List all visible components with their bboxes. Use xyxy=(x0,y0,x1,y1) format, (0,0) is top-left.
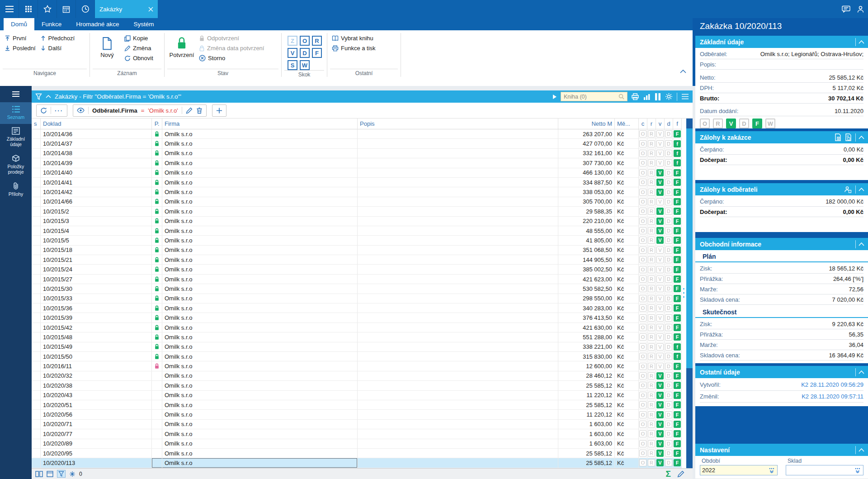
jump-letter-z[interactable]: Z xyxy=(288,36,297,46)
sidebar-item-polozky-prodeje[interactable]: Položky prodeje xyxy=(0,151,32,179)
edit-pencil-icon[interactable] xyxy=(677,470,684,478)
ribbon-tab-domu[interactable]: Domů xyxy=(4,18,34,30)
confirm-button[interactable]: Potvrzení xyxy=(169,34,194,69)
refresh-button[interactable]: Obnovit xyxy=(124,55,153,62)
table-row[interactable]: 10/2020/77Omilk s.r.o1 603,00KčORVDF xyxy=(32,429,682,439)
section-header-obchodni-informace[interactable]: Obchodní informace xyxy=(695,238,868,250)
previous-button[interactable]: Předchozí xyxy=(40,35,75,42)
column-header-d[interactable]: d xyxy=(665,119,673,129)
collapse-icon[interactable] xyxy=(859,448,864,452)
settings-gear-icon[interactable] xyxy=(665,93,673,100)
table-row[interactable]: 10/2016/11Omilk s.r.o12 600,00KčORVDF xyxy=(32,361,682,371)
table-row[interactable]: 10/2020/38Omilk s.r.o25 585,12KčORVDF xyxy=(32,381,682,390)
section-header-ostatni-udaje[interactable]: Ostatní údaje xyxy=(695,366,868,378)
table-row[interactable]: 10/2014/42Omilk s.r.o338 053,00KčORVDF xyxy=(32,187,682,197)
collapse-icon[interactable] xyxy=(859,40,864,44)
columns-icon[interactable] xyxy=(655,93,661,100)
table-row[interactable]: 10/2020/43Omilk s.r.o11 220,12KčORVDF xyxy=(32,391,682,400)
column-header-popis[interactable]: Popis xyxy=(358,119,558,129)
column-header-firma[interactable]: Firma xyxy=(162,119,358,129)
table-row[interactable]: 10/2015/4Omilk s.r.o48 555,00KčORVDF xyxy=(32,226,682,236)
collapse-icon[interactable] xyxy=(859,188,864,191)
table-row[interactable]: 10/2014/40Omilk s.r.o466 130,00KčORVDF xyxy=(32,168,682,178)
sidebar-menu-icon[interactable] xyxy=(0,86,32,102)
table-row[interactable]: 10/2015/49Omilk s.r.o338 221,00KčORVDf xyxy=(32,342,682,352)
main-menu-icon[interactable] xyxy=(0,0,19,18)
table-row[interactable]: 10/2020/71Omilk s.r.o1 603,00KčORVDF xyxy=(32,420,682,429)
sidebar-item-seznam[interactable]: Seznam xyxy=(0,102,32,124)
add-filter-button[interactable] xyxy=(212,104,226,117)
form-view-icon[interactable] xyxy=(47,471,53,477)
section-header-nastaveni[interactable]: Nastavení xyxy=(695,444,868,456)
table-row[interactable]: 10/2015/39Omilk s.r.o376 413,50KčORVDF xyxy=(32,313,682,322)
column-header-p[interactable]: P. xyxy=(152,119,162,129)
scrollbar-thumb[interactable] xyxy=(686,128,693,368)
edit-button[interactable]: Změna xyxy=(124,45,153,52)
first-button[interactable]: První xyxy=(5,35,36,42)
apps-grid-icon[interactable] xyxy=(19,0,38,18)
new-button[interactable]: Nový xyxy=(94,34,120,69)
collapse-icon[interactable] xyxy=(859,136,864,139)
jump-letter-w[interactable]: W xyxy=(300,60,310,70)
table-row[interactable]: 10/2020/32Omilk s.r.o28 460,12KčORVDF xyxy=(32,371,682,381)
table-row[interactable]: 10/2015/42Omilk s.r.o421 630,00KčORVDF xyxy=(32,323,682,332)
dropdown-icon[interactable] xyxy=(768,468,775,473)
customer-advances-icon[interactable] xyxy=(844,186,852,193)
storno-button[interactable]: Storno xyxy=(199,55,264,62)
sum-sigma-icon[interactable]: Σ xyxy=(666,470,671,478)
play-icon[interactable] xyxy=(552,94,557,100)
column-header-doklad[interactable]: Doklad xyxy=(41,119,152,129)
functions-print-button[interactable]: Funkce a tisk xyxy=(332,45,376,52)
sidebar-item-prilohy[interactable]: Přílohy xyxy=(0,179,32,201)
table-row[interactable]: 10/2015/21Omilk s.r.o144 905,50KčORVDF xyxy=(32,255,682,265)
unconfirm-button[interactable]: Odpotvrzení xyxy=(199,35,264,42)
user-icon[interactable] xyxy=(857,5,864,13)
ribbon-collapse-icon[interactable] xyxy=(680,70,686,73)
table-row[interactable]: 10/2014/66Omilk s.r.o305 700,00KčORVDF xyxy=(32,197,682,207)
edit-filter-icon[interactable] xyxy=(186,107,193,114)
advance-invoice-icon[interactable] xyxy=(835,133,841,141)
last-button[interactable]: Poslední xyxy=(5,45,36,52)
jump-letter-d[interactable]: D xyxy=(300,48,310,58)
next-button[interactable]: Další xyxy=(40,45,75,52)
table-row[interactable]: 10/2020/56Omilk s.r.o11 220,12KčORVDF xyxy=(32,410,682,419)
grid-menu-icon[interactable] xyxy=(681,94,689,100)
ribbon-tab-hromadne-akce[interactable]: Hromadné akce xyxy=(69,18,126,30)
column-header-s[interactable]: s xyxy=(32,119,41,129)
vertical-scrollbar[interactable] xyxy=(686,119,693,468)
recent-clock-icon[interactable] xyxy=(76,0,95,18)
table-row[interactable]: 10/2015/33Omilk s.r.o298 550,00KčORVDF xyxy=(32,294,682,304)
obdobi-input[interactable]: 2022 xyxy=(700,465,778,475)
collapse-icon[interactable] xyxy=(859,370,864,374)
column-header-netto[interactable]: Netto M xyxy=(558,119,615,129)
table-row[interactable]: 10/2015/27Omilk s.r.o421 623,00KčORVDF xyxy=(32,275,682,284)
table-row[interactable]: 10/2015/3Omilk s.r.o220 210,00KčORVDF xyxy=(32,217,682,226)
filter-collapse-icon[interactable] xyxy=(46,95,51,98)
table-row[interactable]: 10/2015/48Omilk s.r.o551 288,00KčORVDF xyxy=(32,332,682,342)
table-row[interactable]: 10/2015/5Omilk s.r.o41 805,00KčORVDF xyxy=(32,236,682,245)
split-view-icon[interactable] xyxy=(35,471,43,477)
ribbon-tab-system[interactable]: Systém xyxy=(127,18,161,30)
table-row[interactable]: 10/2015/18Omilk s.r.o351 068,50KčORVDF xyxy=(32,246,682,255)
jump-letter-v[interactable]: V xyxy=(288,48,297,58)
table-row[interactable]: 10/2015/24Omilk s.r.o385 002,50KčORVDF xyxy=(32,265,682,274)
table-row[interactable]: 10/2015/36Omilk s.r.o340 283,00KčORVDF xyxy=(32,304,682,313)
column-header-f[interactable]: f xyxy=(673,119,682,129)
table-row[interactable]: 10/2014/37Omilk s.r.o427 070,00KčORVDf xyxy=(32,139,682,148)
collapse-icon[interactable] xyxy=(859,242,864,246)
section-header-zakladni-udaje[interactable]: Základní údaje xyxy=(695,36,868,48)
jump-letter-o[interactable]: O xyxy=(300,36,310,46)
dropdown-icon[interactable] xyxy=(854,468,861,473)
table-row[interactable]: 10/2015/30Omilk s.r.o530 582,50KčORVDF xyxy=(32,284,682,294)
table-row[interactable]: 10/2020/89Omilk s.r.o1 603,00KčORVDF xyxy=(32,439,682,449)
tab-zakazky[interactable]: Zakázky xyxy=(95,0,158,18)
jump-letter-r[interactable]: R xyxy=(312,36,322,46)
table-row[interactable]: 10/2014/38Omilk s.r.o332 161,00KčORVDf xyxy=(32,149,682,158)
advance-list-icon[interactable] xyxy=(845,133,852,141)
copy-button[interactable]: Kopie xyxy=(124,35,153,42)
change-confirm-date-button[interactable]: Změna data potvrzení xyxy=(199,45,264,52)
table-row[interactable]: 10/2015/2Omilk s.r.o29 588,35KčORVDF xyxy=(32,207,682,216)
refresh-filter-icon[interactable] xyxy=(40,107,47,114)
table-row[interactable]: 10/2020/51Omilk s.r.o25 585,12KčORVDF xyxy=(32,400,682,410)
filter-active-icon[interactable] xyxy=(57,470,66,478)
